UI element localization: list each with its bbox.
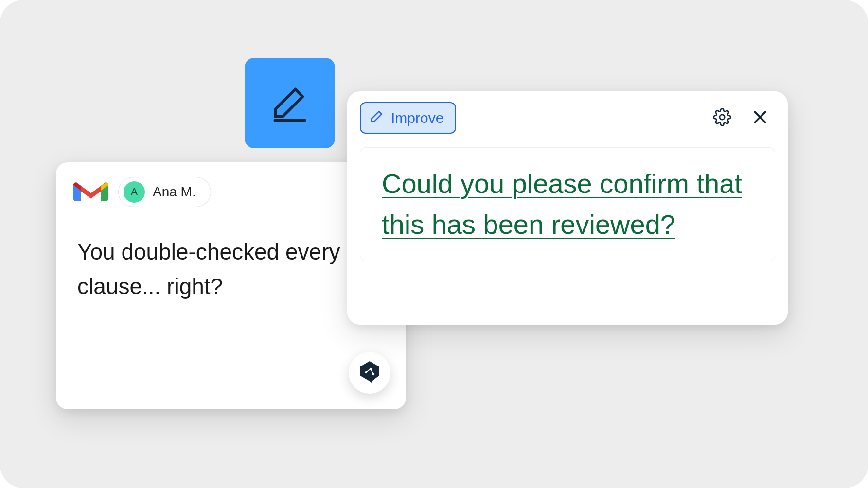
sender-chip[interactable]: A Ana M. (118, 177, 211, 207)
avatar-initial: A (131, 186, 138, 198)
close-button[interactable] (751, 108, 769, 128)
suggestion-header: Improve (360, 102, 775, 134)
sender-name: Ana M. (153, 184, 196, 200)
close-icon (751, 120, 769, 128)
suggestion-body[interactable]: Could you please confirm that this has b… (360, 147, 775, 261)
assistant-hexagon-icon (357, 360, 382, 386)
improve-chip-label: Improve (391, 110, 443, 126)
improve-chip[interactable]: Improve (360, 102, 456, 134)
gmail-icon (73, 178, 108, 206)
email-body-text: You double-checked every last clause... … (77, 239, 381, 299)
suggestion-card: Improve (347, 91, 788, 325)
gear-icon (713, 120, 731, 128)
pencil-edit-icon (268, 80, 312, 126)
assistant-fab[interactable] (349, 352, 390, 394)
suggestion-text: Could you please confirm that this has b… (382, 168, 742, 240)
edit-tile[interactable] (245, 58, 335, 148)
svg-point-3 (720, 114, 725, 119)
canvas-surface: A Ana M. You double-checked every last c… (0, 0, 868, 488)
pencil-icon (369, 108, 385, 128)
settings-button[interactable] (713, 108, 731, 128)
avatar: A (124, 181, 145, 203)
suggestion-actions (713, 108, 769, 128)
